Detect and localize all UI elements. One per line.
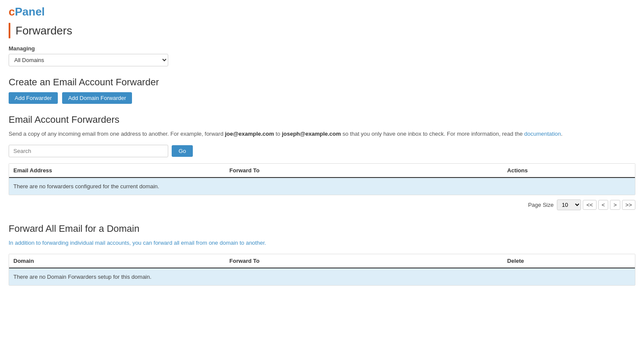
add-domain-forwarder-button[interactable]: Add Domain Forwarder bbox=[62, 92, 132, 104]
email-forwarders-section: Email Account Forwarders Send a copy of … bbox=[9, 114, 635, 210]
pagination-row: Page Size 10 25 50 100 << < > >> bbox=[9, 199, 635, 210]
domain-forwarders-empty-row: There are no Domain Forwarders setup for… bbox=[9, 268, 635, 285]
title-bar-accent bbox=[9, 23, 10, 38]
col-header-domain: Domain bbox=[13, 258, 229, 264]
col-header-email: Email Address bbox=[13, 167, 229, 174]
managing-label: Managing bbox=[9, 45, 635, 52]
logo-c: c bbox=[9, 5, 15, 18]
domain-table-header: Domain Forward To Delete bbox=[9, 254, 635, 268]
create-section-title: Create an Email Account Forwarder bbox=[9, 77, 635, 88]
pagination-first-button[interactable]: << bbox=[583, 200, 596, 210]
go-button[interactable]: Go bbox=[172, 145, 193, 157]
create-forwarder-section: Create an Email Account Forwarder Add Fo… bbox=[9, 77, 635, 104]
col-header-delete: Delete bbox=[507, 258, 631, 264]
pagination-prev-button[interactable]: < bbox=[598, 200, 609, 210]
domain-forwarders-section: Forward All Email for a Domain In additi… bbox=[9, 223, 635, 286]
page-size-label: Page Size bbox=[528, 202, 553, 208]
domain-forwarders-table: Domain Forward To Delete There are no Do… bbox=[9, 254, 635, 286]
col-header-forward: Forward To bbox=[229, 167, 507, 174]
logo-panel: Panel bbox=[15, 5, 44, 18]
email-forwarders-table: Email Address Forward To Actions There a… bbox=[9, 163, 635, 195]
pagination-last-button[interactable]: >> bbox=[622, 200, 635, 210]
email-forwarders-description: Send a copy of any incoming email from o… bbox=[9, 130, 635, 139]
pagination-next-button[interactable]: > bbox=[610, 200, 620, 210]
email-forwarders-title: Email Account Forwarders bbox=[9, 114, 635, 125]
email-forwarders-empty-row: There are no forwarders configured for t… bbox=[9, 178, 635, 195]
documentation-link[interactable]: documentation bbox=[524, 131, 561, 137]
search-input[interactable] bbox=[9, 145, 168, 157]
col-header-actions: Actions bbox=[507, 167, 631, 174]
cpanel-logo: cPanel bbox=[9, 5, 635, 19]
col-header-domain-forward: Forward To bbox=[229, 258, 507, 264]
page-title-container: Forwarders bbox=[9, 23, 635, 38]
search-row: Go bbox=[9, 145, 635, 157]
domain-forwarders-description: In addition to forwarding individual mai… bbox=[9, 239, 635, 248]
page-title: Forwarders bbox=[16, 24, 72, 37]
managing-select[interactable]: All Domains bbox=[9, 54, 168, 66]
table-header: Email Address Forward To Actions bbox=[9, 164, 635, 178]
add-forwarder-button[interactable]: Add Forwarder bbox=[9, 92, 58, 104]
domain-forwarders-title: Forward All Email for a Domain bbox=[9, 223, 635, 234]
page-size-select[interactable]: 10 25 50 100 bbox=[557, 199, 581, 210]
